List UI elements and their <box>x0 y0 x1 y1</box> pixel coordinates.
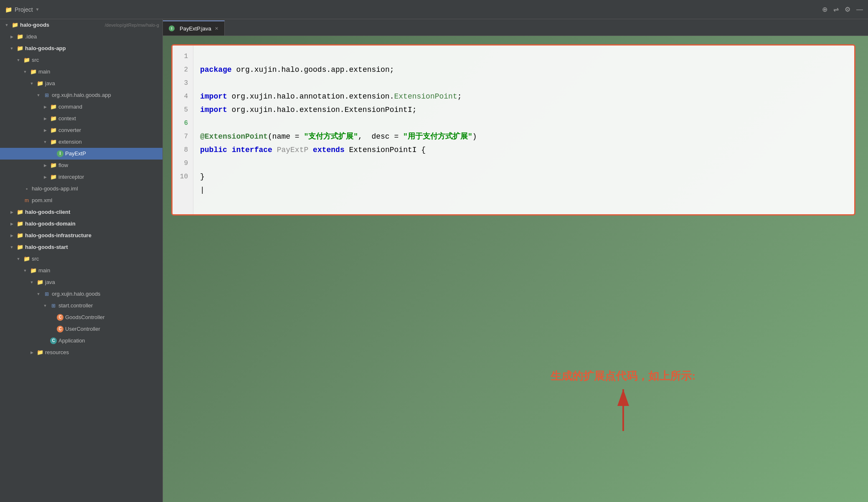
sidebar-item-command[interactable]: 📁 command <box>0 101 162 113</box>
equalize-icon[interactable]: ⇌ <box>833 5 839 13</box>
resources-label: resources <box>45 348 159 357</box>
iml-spacer <box>15 185 22 192</box>
app-spacer <box>42 337 48 344</box>
src2-folder-icon: 📁 <box>23 256 30 262</box>
tab-close-icon[interactable]: ✕ <box>215 26 218 31</box>
orgpkg2-icon: ⊞ <box>43 291 50 297</box>
root-label: halo-goods <box>20 20 103 30</box>
sidebar-item-halo-goods-client[interactable]: 📁 halo-goods-client <box>0 206 162 218</box>
hgdomain-folder-icon: 📁 <box>17 221 23 227</box>
hginfra-label: halo-goods-infrastructure <box>25 231 159 240</box>
main2-folder-icon: 📁 <box>30 267 37 274</box>
title-bar: 📁 Project ▼ ⊕ ⇌ ⚙ — <box>0 0 868 19</box>
line-num-7: 7 <box>178 130 188 143</box>
minimize-icon[interactable]: — <box>856 6 863 13</box>
startctrl-icon: ⊞ <box>50 302 57 309</box>
code-content[interactable]: package org.xujin.halo.goods.app.extensi… <box>193 46 854 214</box>
sidebar-item-src2[interactable]: 📁 src <box>0 253 162 265</box>
sidebar-item-java2[interactable]: 📁 java <box>0 276 162 288</box>
tab-payextp[interactable]: I PayExtP.java ✕ <box>163 20 225 35</box>
sidebar-item-main2[interactable]: 📁 main <box>0 265 162 276</box>
line-1-text: org.xujin.halo.goods.app.extension; <box>232 66 394 74</box>
line-num-10: 10 <box>178 170 188 183</box>
userctrl-label: UserController <box>65 325 159 334</box>
line-7-extends: extends <box>308 146 344 154</box>
sidebar-item-pom[interactable]: m pom.xml <box>0 195 162 206</box>
hgdomain-arrow <box>8 221 15 227</box>
orgpkg2-arrow <box>35 291 42 297</box>
line-1-keyword: package <box>200 66 232 74</box>
extension-label: extension <box>58 137 159 147</box>
sidebar-item-interceptor[interactable]: 📁 interceptor <box>0 171 162 183</box>
line-6-close: ) <box>472 132 477 141</box>
payextp-badge: I <box>57 150 63 157</box>
line-3-text: org.xujin.halo.annotation.extension. <box>227 92 394 101</box>
orgpkg1-icon: ⊞ <box>43 92 50 99</box>
editor-area: I PayExtP.java ✕ 1 2 3 4 5 6 7 8 <box>163 19 868 502</box>
line-7-payextp: PayExtP <box>277 146 309 154</box>
project-title[interactable]: 📁 Project ▼ <box>5 6 39 13</box>
sidebar-item-java1[interactable]: 📁 java <box>0 78 162 89</box>
hgclient-arrow <box>8 209 15 216</box>
command-label: command <box>58 102 159 112</box>
line-7-interface: interface <box>232 146 272 154</box>
iml-label: halo-goods-app.iml <box>32 184 159 193</box>
sidebar-item-orgpkg2[interactable]: ⊞ org.xujin.halo.goods <box>0 288 162 300</box>
sidebar-item-flow[interactable]: 📁 flow <box>0 160 162 171</box>
sidebar-item-halo-goods-app[interactable]: 📁 halo-goods-app <box>0 43 162 54</box>
main-area: 📁 halo-goods /develop/gitRep/mw/halo-g 📁… <box>0 19 868 502</box>
sidebar-item-usercontroller[interactable]: C UserController <box>0 323 162 335</box>
sidebar: 📁 halo-goods /develop/gitRep/mw/halo-g 📁… <box>0 19 163 502</box>
dropdown-icon[interactable]: ▼ <box>36 7 40 12</box>
app-label: Application <box>58 336 159 345</box>
sidebar-root[interactable]: 📁 halo-goods /develop/gitRep/mw/halo-g <box>0 19 162 31</box>
sidebar-item-halo-goods-domain[interactable]: 📁 halo-goods-domain <box>0 218 162 230</box>
sidebar-item-main1[interactable]: 📁 main <box>0 66 162 78</box>
hgdomain-label: halo-goods-domain <box>25 219 159 228</box>
command-folder-icon: 📁 <box>50 104 57 110</box>
java2-label: java <box>45 278 159 287</box>
hgstart-folder-icon: 📁 <box>17 244 23 251</box>
root-arrow <box>3 22 10 28</box>
payextp-spacer <box>48 150 55 157</box>
sidebar-item-idea[interactable]: 📁 .idea <box>0 31 162 43</box>
hgapp-folder-icon: 📁 <box>17 45 23 52</box>
sidebar-item-application[interactable]: C Application <box>0 335 162 347</box>
sidebar-item-resources[interactable]: 📁 resources <box>0 347 162 358</box>
userctrl-spacer <box>48 326 55 332</box>
sidebar-item-iml[interactable]: ▪ halo-goods-app.iml <box>0 183 162 195</box>
sidebar-item-extension[interactable]: 📁 extension <box>0 136 162 148</box>
tab-payextp-badge: I <box>169 25 175 31</box>
folder-icon: 📁 <box>5 6 12 13</box>
line-num-5: 5 <box>178 103 188 117</box>
sidebar-item-startcontroller[interactable]: ⊞ start.controller <box>0 300 162 312</box>
globe-icon[interactable]: ⊕ <box>822 5 827 13</box>
line-3-classref: ExtensionPoint <box>394 92 457 101</box>
hginfra-arrow <box>8 232 15 239</box>
sidebar-item-halo-goods-start[interactable]: 📁 halo-goods-start <box>0 241 162 253</box>
java2-arrow <box>28 279 35 286</box>
command-arrow <box>42 104 48 110</box>
code-editor[interactable]: 1 2 3 4 5 6 7 8 9 10 package org.xujin.h… <box>171 44 855 216</box>
tab-payextp-label: PayExtP.java <box>180 25 211 32</box>
interceptor-folder-icon: 📁 <box>50 174 57 180</box>
sidebar-item-goodscontroller[interactable]: C GoodsController <box>0 312 162 323</box>
context-arrow <box>42 115 48 122</box>
line-num-2: 2 <box>178 63 188 76</box>
sidebar-item-converter[interactable]: 📁 converter <box>0 124 162 136</box>
line-num-1: 1 <box>178 50 188 63</box>
line-7-name <box>272 146 277 154</box>
sidebar-item-orgpkg1[interactable]: ⊞ org.xujin.halo.goods.app <box>0 89 162 101</box>
sidebar-item-src1[interactable]: 📁 src <box>0 54 162 66</box>
hgclient-folder-icon: 📁 <box>17 209 23 216</box>
hgclient-label: halo-goods-client <box>25 208 159 217</box>
src1-arrow <box>15 57 22 63</box>
sidebar-item-payextp[interactable]: I PayExtP <box>0 148 162 160</box>
goodsctrl-label: GoodsController <box>65 313 159 322</box>
resources-folder-icon: 📁 <box>37 349 43 356</box>
sidebar-item-halo-goods-infra[interactable]: 📁 halo-goods-infrastructure <box>0 230 162 241</box>
sidebar-item-context[interactable]: 📁 context <box>0 113 162 124</box>
src1-label: src <box>32 56 159 65</box>
line-9-brace: } <box>200 172 205 181</box>
settings-icon[interactable]: ⚙ <box>845 5 850 13</box>
